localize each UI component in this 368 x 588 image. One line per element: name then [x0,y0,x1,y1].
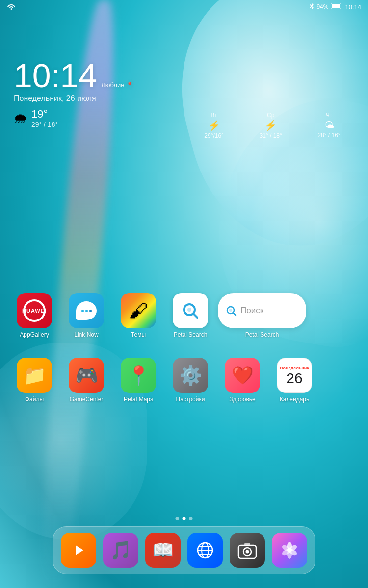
svg-point-4 [187,308,191,312]
app-appgallery[interactable]: HUAWEI AppGallery [10,293,59,338]
battery-icon [331,3,342,11]
app-row-2: 📁 Файлы 🎮 GameCenter 📍 Petal Maps ⚙️ Нас… [10,358,358,403]
page-indicators [176,517,193,520]
forecast-thursday: Чт 🌤 28° / 16° [317,112,340,139]
dock-camera[interactable] [230,533,265,568]
app-linknow[interactable]: Link Now [62,293,111,338]
weather-current: 🌧 19° 29° / 18° [14,108,133,128]
calendar-icon: Понедельник 26 [277,358,312,393]
weather-icon: 🌧 [14,110,27,126]
bluetooth-icon [309,3,314,11]
health-icon: ❤️ [225,358,260,393]
forecast-icon-tue: ⚡ [204,120,224,131]
forecast-wednesday: Ср ⚡ 31° / 18° [260,112,282,139]
page-dot-1[interactable] [176,517,179,520]
dock-petals[interactable] [272,533,307,568]
forecast-day-thu: Чт [317,112,340,119]
dock-browser[interactable] [187,533,223,568]
settings-icon: ⚙️ [173,358,208,393]
dock: 🎵 📖 [53,526,315,574]
svg-marker-8 [76,545,83,555]
battery-percent: 94% [316,3,328,10]
themes-icon: 🖌 [121,293,156,328]
svg-point-16 [246,550,249,554]
linknow-icon [69,293,104,328]
dock-music[interactable]: 🎵 [103,533,138,568]
app-files[interactable]: 📁 Файлы [10,358,59,403]
app-health[interactable]: ❤️ Здоровье [218,358,267,403]
calendar-label: Календарь [280,396,310,403]
app-petalsearch[interactable]: Petal Search [166,293,215,338]
location-icon: 📍 [126,82,133,89]
dock-video[interactable] [61,533,96,568]
dock-books[interactable]: 📖 [145,533,181,568]
clock-section: 10:14 Люблин 📍 Понедельник, 26 июля 🌧 19… [14,59,133,128]
health-label: Здоровье [229,396,256,403]
petalsearch-icon [173,293,208,328]
gamecenter-icon: 🎮 [69,358,104,393]
svg-point-7 [229,309,232,312]
app-maps[interactable]: 📍 Petal Maps [114,358,163,403]
wifi-icon [7,3,16,11]
forecast-day-tue: Вт [204,112,224,119]
search-widget[interactable]: Поиск [218,293,306,328]
app-calendar[interactable]: Понедельник 26 Календарь [270,358,319,403]
app-themes[interactable]: 🖌 Темы [114,293,163,338]
temp-range: 29° / 18° [31,121,58,128]
app-row-1: HUAWEI AppGallery Link Now 🖌 Темы [10,293,358,338]
app-gamecenter[interactable]: 🎮 GameCenter [62,358,111,403]
forecast-temps-wed: 31° / 18° [260,132,282,139]
current-temp: 19° [31,108,58,121]
svg-line-3 [193,314,197,318]
forecast-day-wed: Ср [260,112,282,119]
settings-label: Настройки [176,396,205,403]
svg-rect-17 [244,543,250,546]
maps-label: Petal Maps [124,396,153,403]
search-widget-container[interactable]: Поиск Petal Search [218,293,306,338]
svg-rect-1 [332,4,340,8]
forecast-temps-tue: 29°/16° [204,132,224,139]
clock-city: Люблин 📍 [101,82,133,88]
page-dot-3[interactable] [189,517,193,520]
files-icon: 📁 [17,358,52,393]
forecast-temps-thu: 28° / 16° [317,132,340,139]
linknow-label: Link Now [74,331,98,338]
clock-date: Понедельник, 26 июля [14,94,133,103]
forecast-icon-thu: 🌤 [317,120,340,131]
status-time: 10:14 [345,3,361,11]
petalsearch-label: Petal Search [174,331,208,338]
calendar-number: 26 [286,371,302,386]
page-dot-2[interactable] [183,517,186,520]
maps-icon: 📍 [121,358,156,393]
search-widget-text: Поиск [240,306,263,316]
themes-label: Темы [131,331,146,338]
status-left [7,3,16,11]
appgallery-icon: HUAWEI [17,293,52,328]
forecast-tuesday: Вт ⚡ 29°/16° [204,112,224,139]
search-widget-icon [226,305,237,316]
clock-time: 10:14 Люблин 📍 [14,59,133,92]
gamecenter-label: GameCenter [70,396,104,403]
status-right: 94% 10:14 [309,3,361,11]
files-label: Файлы [25,396,44,403]
appgallery-label: AppGallery [20,331,49,338]
app-settings[interactable]: ⚙️ Настройки [166,358,215,403]
svg-point-24 [287,548,292,553]
search-widget-label: Petal Search [245,331,279,338]
status-bar: 94% 10:14 [0,0,368,14]
weather-forecast: Вт ⚡ 29°/16° Ср ⚡ 31° / 18° Чт 🌤 28° / 1… [186,112,358,139]
svg-line-6 [234,313,236,316]
forecast-icon-wed: ⚡ [260,120,282,131]
calendar-header: Понедельник [280,366,309,370]
